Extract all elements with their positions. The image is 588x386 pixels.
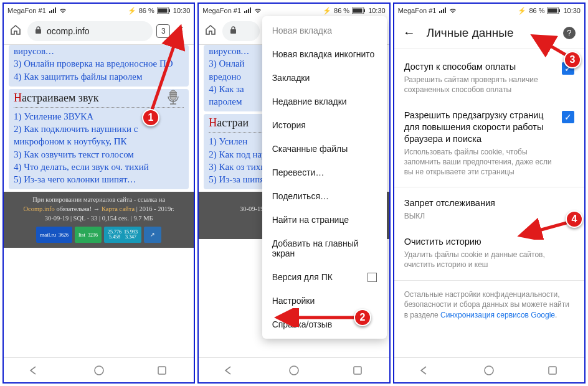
url-field[interactable] — [222, 21, 260, 41]
wifi-icon — [448, 7, 457, 14]
counter-arrow[interactable]: ↗ — [144, 227, 161, 243]
bolt-icon: ⚡ — [518, 7, 526, 15]
carrier-label: MegaFon #1 — [7, 7, 46, 14]
pref-subtitle: Удалить файлы cookie и данные сайтов, оч… — [404, 250, 574, 270]
home-button[interactable] — [202, 24, 219, 39]
carrier-label: MegaFon #1 — [202, 7, 241, 14]
nav-recent[interactable] — [351, 364, 364, 377]
checkbox-icon — [368, 273, 377, 282]
menu-find[interactable]: Найти на странице — [262, 208, 387, 232]
status-bar: MegaFon #1 ⚡ 86 % 10:30 — [394, 4, 584, 17]
menu-new-tab[interactable]: Новая вкладка — [262, 19, 387, 42]
svg-rect-20 — [549, 367, 556, 374]
svg-rect-2 — [169, 9, 170, 12]
menu-desktop[interactable]: Версия для ПК — [262, 265, 387, 289]
nav-home[interactable] — [287, 364, 301, 377]
settings-body: Доступ к способам оплаты Разрешить сайта… — [394, 49, 584, 326]
url-field[interactable]: ocomp.info — [27, 21, 153, 41]
svg-rect-3 — [36, 29, 41, 34]
battery-icon — [352, 7, 366, 14]
navigation-bar — [394, 357, 584, 382]
nav-back[interactable] — [29, 364, 42, 377]
nav-home[interactable] — [482, 364, 496, 377]
menu-translate[interactable]: Перевести… — [262, 161, 387, 184]
nav-back[interactable] — [419, 364, 433, 377]
battery-label: 86 % — [334, 7, 349, 14]
navigation-bar — [4, 357, 194, 382]
pref-preload[interactable]: Разрешить предзагрузку страниц для повыш… — [404, 102, 574, 184]
marker-3: 3 — [564, 51, 581, 68]
arrow-2 — [274, 308, 361, 327]
footer-link-map[interactable]: Карта сайта — [102, 205, 135, 212]
wifi-icon — [254, 7, 262, 14]
pref-title: Разрешить предзагрузку страниц для повыш… — [404, 110, 554, 145]
signal-icon — [49, 7, 56, 14]
marker-4: 4 — [566, 210, 583, 228]
link-sound-5[interactable]: 5) Из-за чего колонки шипят... — [14, 173, 184, 186]
svg-rect-12 — [364, 9, 365, 12]
navigation-bar — [199, 357, 389, 382]
marker-2: 2 — [354, 309, 371, 326]
nav-recent[interactable] — [155, 364, 169, 377]
divider — [394, 280, 584, 281]
sync-link[interactable]: Синхронизация сервисов Google — [440, 311, 555, 319]
svg-point-19 — [485, 366, 493, 375]
menu-bookmarks[interactable]: Закладки — [262, 66, 387, 90]
signal-icon — [244, 7, 251, 14]
link-sound-4[interactable]: 4) Что делать, если звук оч. тихий — [14, 161, 184, 173]
battery-label: 86 % — [529, 7, 544, 14]
bolt-icon: ⚡ — [323, 7, 331, 15]
time-label: 10:30 — [368, 7, 386, 14]
svg-rect-15 — [354, 367, 361, 374]
time-label: 10:30 — [563, 7, 581, 14]
svg-rect-1 — [158, 9, 167, 13]
footer-link-site[interactable]: Ocomp.info — [23, 205, 54, 212]
svg-rect-9 — [158, 367, 166, 374]
counter-list[interactable]: list3216 — [75, 227, 102, 243]
status-bar: MegaFon #1 ⚡ 86 % 10:30 — [4, 4, 194, 17]
link-sound-3[interactable]: 3) Как озвучить текст голосом — [14, 148, 184, 161]
battery-icon — [547, 7, 561, 14]
home-button[interactable] — [7, 24, 24, 39]
counter-visits[interactable]: 25.7765.45815.9933.347 — [104, 227, 141, 243]
svg-rect-13 — [230, 29, 236, 34]
link-sound-2[interactable]: 2) Как подключить наушники с микрофоном … — [14, 123, 184, 148]
lock-icon — [35, 26, 42, 36]
overflow-menu: Новая вкладка Новая вкладка инкогнито За… — [262, 16, 387, 339]
svg-line-24 — [523, 221, 573, 235]
lock-icon — [230, 26, 237, 36]
menu-history[interactable]: История — [262, 113, 387, 137]
nav-recent[interactable] — [546, 364, 559, 377]
pref-subtitle: Использовать файлы cookie, чтобы запомни… — [404, 147, 554, 177]
counters-row: mail.ru3626 list3216 25.7765.45815.9933.… — [7, 227, 190, 243]
settings-footnote: Остальные настройки конфиденциальности, … — [404, 283, 574, 321]
menu-recent-tabs[interactable]: Недавние вкладки — [262, 90, 387, 113]
time-label: 10:30 — [173, 7, 191, 14]
nav-home[interactable] — [92, 364, 106, 377]
battery-label: 86 % — [139, 7, 154, 14]
svg-rect-17 — [548, 9, 557, 13]
pref-subtitle: Разрешить сайтам проверять наличие сохра… — [404, 75, 554, 95]
svg-rect-18 — [559, 9, 560, 12]
status-bar: MegaFon #1 ⚡ 86 % 10:30 — [199, 4, 389, 17]
pref-title: Запрет отслеживания — [404, 197, 574, 209]
battery-icon — [157, 7, 171, 14]
menu-share[interactable]: Поделиться… — [262, 184, 387, 208]
menu-downloads[interactable]: Скачанные файлы — [262, 137, 387, 161]
url-text: ocomp.info — [47, 26, 89, 36]
svg-line-21 — [149, 30, 179, 117]
back-button[interactable]: ← — [403, 26, 415, 40]
bolt-icon: ⚡ — [128, 7, 136, 15]
page-footer: При копировании материалов сайта - ссылк… — [4, 192, 194, 248]
pref-title: Доступ к способам оплаты — [404, 61, 554, 73]
menu-add-home[interactable]: Добавить на главный экран — [262, 232, 387, 265]
checkbox-checked-icon[interactable]: ✓ — [562, 111, 574, 123]
marker-1: 1 — [142, 109, 159, 126]
wifi-icon — [59, 7, 67, 14]
nav-back[interactable] — [224, 364, 237, 377]
menu-incognito[interactable]: Новая вкладка инкогнито — [262, 42, 387, 66]
svg-point-8 — [95, 366, 103, 375]
carrier-label: MegaFon #1 — [398, 7, 437, 14]
counter-mail[interactable]: mail.ru3626 — [36, 227, 72, 243]
divider — [394, 187, 584, 187]
